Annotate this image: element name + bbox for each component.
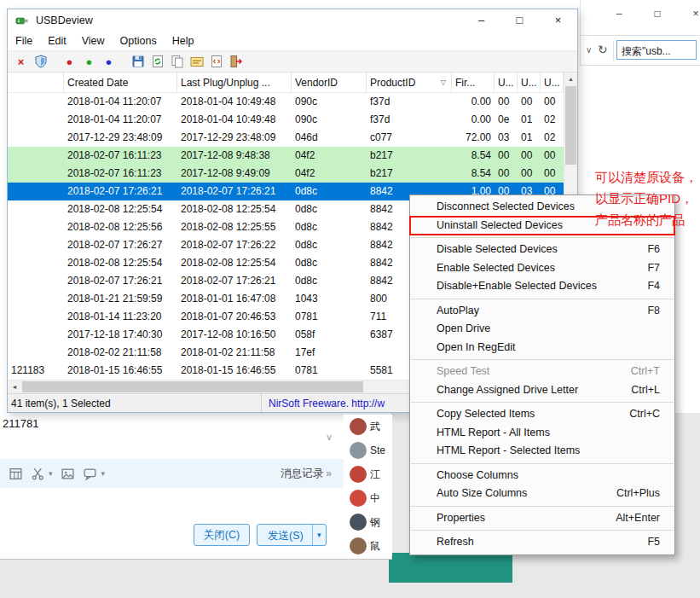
menu-item-change-assigned-drive-letter[interactable]: Change Assigned Drive LetterCtrl+L bbox=[410, 381, 674, 400]
table-row[interactable]: 2018-02-07 16:11:232017-12-08 9:48:3804f… bbox=[8, 147, 564, 165]
table-row[interactable]: 2018-01-04 11:20:072018-01-04 10:49:4809… bbox=[8, 93, 564, 111]
caret-down-icon[interactable]: ▾ bbox=[101, 469, 106, 478]
close-icon[interactable]: × bbox=[683, 3, 700, 24]
properties-icon[interactable] bbox=[188, 54, 205, 70]
column-header-fir[interactable]: Fir... bbox=[452, 73, 495, 92]
menubar-item-help[interactable]: Help bbox=[165, 33, 202, 49]
qq-close-button[interactable]: 关闭(C) bbox=[194, 524, 250, 546]
table-cell: 2017-12-18 17:40:30 bbox=[64, 326, 177, 344]
refresh-report-icon[interactable] bbox=[148, 54, 166, 70]
menu-item-auto-size-columns[interactable]: Auto Size ColumnsCtrl+Plus bbox=[410, 485, 674, 503]
protect-shield-icon[interactable] bbox=[32, 54, 49, 70]
menubar-item-file[interactable]: File bbox=[8, 33, 40, 49]
record-green-icon[interactable]: ● bbox=[80, 54, 98, 70]
maximize-icon[interactable]: □ bbox=[645, 3, 670, 24]
contact-list-item[interactable]: 武 bbox=[344, 415, 392, 438]
menu-item-speed-test[interactable]: Speed TestCtrl+T bbox=[410, 363, 674, 381]
menu-item-properties[interactable]: PropertiesAlt+Enter bbox=[410, 509, 674, 528]
menubar-item-edit[interactable]: Edit bbox=[40, 33, 74, 49]
column-header-u[interactable]: U... bbox=[518, 73, 541, 92]
menu-item-enable-selected-devices[interactable]: Enable Selected DevicesF7 bbox=[410, 259, 674, 278]
horizontal-scroll-thumb[interactable] bbox=[22, 381, 363, 392]
scroll-left-icon[interactable]: ◄ bbox=[8, 380, 21, 393]
menubar-item-view[interactable]: View bbox=[74, 33, 113, 49]
column-header-productid[interactable]: ProductID▽ bbox=[367, 73, 452, 92]
column-label: ProductID bbox=[370, 77, 415, 89]
menu-item-disable-enable-selected-devices[interactable]: Disable+Enable Selected DevicesF4 bbox=[410, 277, 674, 296]
minimize-icon[interactable]: – bbox=[462, 9, 500, 32]
table-cell: 2017-12-08 9:48:38 bbox=[177, 147, 292, 165]
message-history-button[interactable]: 消息记录 » bbox=[281, 467, 332, 481]
message-icon[interactable] bbox=[82, 465, 99, 482]
table-cell: 2017-12-29 23:48:09 bbox=[64, 129, 177, 147]
send-caret-icon[interactable]: ▾ bbox=[312, 525, 326, 545]
contact-list-item[interactable]: 江 bbox=[344, 462, 392, 486]
search-input[interactable]: 搜索"usb... bbox=[616, 40, 697, 60]
menu-item-refresh[interactable]: RefreshF5 bbox=[410, 533, 674, 552]
menu-item-shortcut: Ctrl+C bbox=[629, 405, 674, 424]
menu-item-choose-columns[interactable]: Choose Columns bbox=[410, 467, 674, 485]
column-header-vendorid[interactable]: VendorID bbox=[292, 73, 367, 92]
table-row[interactable]: 2017-12-29 23:48:092017-12-29 23:48:0904… bbox=[8, 129, 564, 147]
menu-item-label: Uninstall Selected Devices bbox=[410, 217, 563, 235]
menu-item-html-report-all-items[interactable]: HTML Report - All Items bbox=[410, 424, 674, 443]
save-icon[interactable] bbox=[129, 54, 147, 70]
column-header-created-date[interactable]: Created Date bbox=[64, 73, 177, 92]
chevron-down-icon[interactable]: ∨ bbox=[586, 45, 592, 55]
cut-icon[interactable] bbox=[29, 465, 46, 482]
column-header-u[interactable]: U... bbox=[541, 73, 564, 92]
contact-list-item[interactable]: 钢 bbox=[344, 510, 392, 534]
table-row[interactable]: 2018-01-04 11:20:072018-01-04 10:49:4809… bbox=[8, 111, 564, 129]
menu-item-shortcut: Ctrl+T bbox=[631, 363, 674, 381]
menu-item-copy-selected-items[interactable]: Copy Selected ItemsCtrl+C bbox=[410, 405, 674, 424]
contact-list-item[interactable]: 中 bbox=[344, 486, 392, 510]
contact-list-item[interactable]: 鼠 bbox=[344, 534, 392, 556]
delete-icon[interactable]: × bbox=[12, 54, 30, 70]
menu-item-disable-selected-devices[interactable]: Disable Selected DevicesF6 bbox=[410, 241, 674, 259]
table-cell: 2018-01-02 21:11:58 bbox=[177, 344, 292, 362]
table-cell: 090c bbox=[292, 93, 367, 111]
vertical-scroll-thumb[interactable] bbox=[565, 86, 576, 165]
titlebar[interactable]: USBDeview – □ × bbox=[8, 9, 577, 32]
qq-send-button[interactable]: 发送(S) ▾ bbox=[257, 524, 327, 546]
menu-item-html-report-selected-items[interactable]: HTML Report - Selected Items bbox=[410, 442, 674, 461]
caret-down-icon[interactable]: ▾ bbox=[49, 469, 53, 478]
scroll-up-icon[interactable]: ▲ bbox=[564, 73, 577, 85]
table-cell: 0d8c bbox=[292, 272, 367, 290]
menu-item-label: HTML Report - Selected Items bbox=[410, 442, 580, 461]
teal-panel bbox=[389, 553, 512, 583]
image-icon[interactable] bbox=[60, 465, 77, 482]
contact-list-item[interactable]: Ste bbox=[344, 438, 392, 462]
table-row[interactable]: 2018-02-07 16:11:232017-12-08 9:49:0904f… bbox=[8, 165, 564, 183]
grid-icon[interactable] bbox=[7, 465, 24, 482]
copy-icon[interactable] bbox=[168, 54, 186, 70]
exit-icon[interactable] bbox=[227, 54, 245, 70]
html-report-icon[interactable] bbox=[207, 54, 225, 70]
close-icon[interactable]: × bbox=[539, 9, 577, 32]
table-cell: 00 bbox=[495, 93, 518, 111]
table-cell: 2018-01-07 20:46:53 bbox=[177, 308, 292, 326]
table-cell: 2018-02-07 17:26:27 bbox=[64, 236, 177, 254]
table-cell: 04f2 bbox=[292, 165, 367, 183]
column-header-u[interactable]: U... bbox=[495, 73, 518, 92]
menu-item-open-in-regedit[interactable]: Open In RegEdit bbox=[410, 339, 674, 357]
table-cell: 72.00 bbox=[452, 129, 495, 147]
minimize-icon[interactable]: – bbox=[606, 3, 632, 24]
record-red-icon[interactable]: ● bbox=[61, 54, 78, 70]
table-cell: 0781 bbox=[292, 308, 367, 326]
refresh-icon[interactable]: ↻ bbox=[598, 43, 608, 56]
table-cell: 2018-02-08 12:25:54 bbox=[64, 200, 177, 218]
window-title: USBDeview bbox=[36, 15, 93, 26]
column-header-blank[interactable] bbox=[8, 73, 64, 92]
record-blue-icon[interactable]: ● bbox=[100, 54, 118, 70]
maximize-icon[interactable]: □ bbox=[500, 9, 539, 32]
menu-item-label: AutoPlay bbox=[410, 302, 479, 321]
menu-separator bbox=[411, 463, 674, 464]
menu-item-open-drive[interactable]: Open Drive bbox=[410, 320, 674, 339]
column-header-last-plug-unplug[interactable]: Last Plug/Unplug ... bbox=[177, 73, 292, 92]
menu-item-autoplay[interactable]: AutoPlayF8 bbox=[410, 302, 674, 321]
collapse-chevron-icon[interactable]: ∨ bbox=[326, 432, 333, 443]
sort-indicator-icon: ▽ bbox=[441, 78, 446, 86]
toolbar-gap bbox=[51, 54, 59, 70]
menubar-item-options[interactable]: Options bbox=[113, 33, 165, 49]
